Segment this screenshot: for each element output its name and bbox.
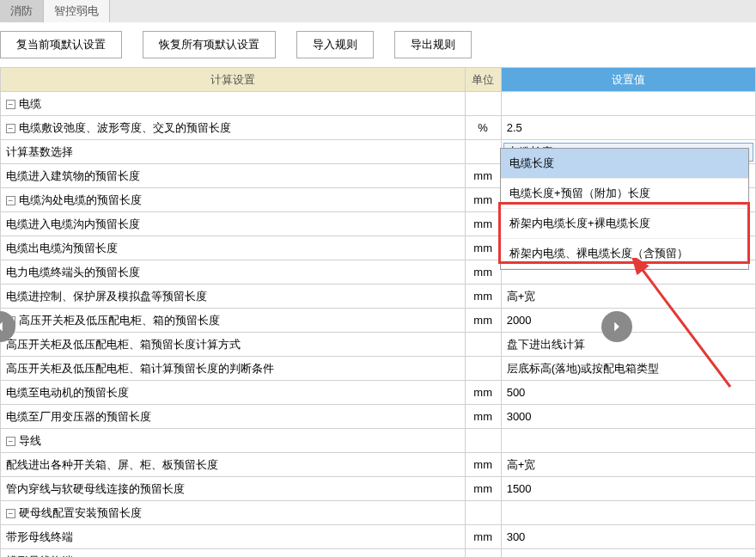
value-cell[interactable]: 300 [501, 525, 755, 549]
tab-fire[interactable]: 消防 [0, 0, 44, 22]
row-label: 导线 [19, 434, 41, 447]
unit-cell: mm [465, 309, 501, 333]
dropdown-option[interactable]: 桥架内电缆长度+裸电缆长度 [501, 209, 748, 239]
row-label: 配线进出各种开关箱、屏、柜、板预留长度 [6, 458, 218, 471]
value-cell[interactable]: 3000 [501, 405, 755, 429]
chevron-right-icon [611, 321, 623, 333]
value-cell[interactable]: 300 [501, 549, 755, 558]
row-label: 电缆敷设弛度、波形弯度、交叉的预留长度 [19, 121, 231, 134]
row-label: 高压开关柜及低压配电柜、箱的预留长度 [19, 314, 220, 327]
value-cell[interactable]: 层底标高(落地)或按配电箱类型 [501, 357, 755, 381]
row-label: 电缆至厂用变压器的预留长度 [6, 410, 151, 423]
collapse-icon[interactable]: − [6, 124, 15, 133]
row-label: 电缆沟处电缆的预留长度 [19, 193, 142, 206]
tab-bar: 消防 智控弱电 [0, 0, 756, 22]
row-label: 电缆进控制、保护屏及模拟盘等预留长度 [6, 290, 207, 303]
unit-cell: mm [465, 260, 501, 285]
restore-current-default-button[interactable]: 复当前项默认设置 [0, 31, 122, 58]
unit-cell: mm [465, 236, 501, 260]
nav-next-button[interactable] [601, 311, 632, 342]
unit-cell: % [465, 116, 501, 140]
dropdown-option[interactable]: 桥架内电缆、裸电缆长度（含预留） [501, 239, 748, 269]
row-label: 管内穿线与软硬母线连接的预留长度 [6, 482, 185, 495]
row-label: 电缆至电动机的预留长度 [6, 386, 129, 399]
collapse-icon[interactable]: − [6, 100, 15, 109]
basis-select-dropdown: 电缆长度 电缆长度+预留（附加）长度 桥架内电缆长度+裸电缆长度 桥架内电缆、裸… [500, 148, 749, 270]
collapse-icon[interactable]: − [6, 509, 15, 518]
value-cell[interactable]: 高+宽 [501, 285, 755, 309]
import-rules-button[interactable]: 导入规则 [296, 31, 374, 58]
unit-cell: mm [465, 477, 501, 501]
row-label: 带形母线终端 [6, 530, 73, 543]
unit-cell: mm [465, 453, 501, 477]
unit-cell: mm [465, 285, 501, 309]
header-name: 计算设置 [1, 68, 466, 92]
tab-smart-control[interactable]: 智控弱电 [44, 0, 110, 22]
row-label: 电缆 [19, 97, 41, 110]
row-label: 电缆出电缆沟预留长度 [6, 242, 118, 254]
unit-cell: mm [465, 164, 501, 188]
unit-cell: mm [465, 549, 501, 558]
row-label: 电缆进入建筑物的预留长度 [6, 169, 140, 182]
chevron-left-icon [0, 321, 6, 333]
row-label: 电力电缆终端头的预留长度 [6, 266, 140, 278]
row-label: 槽形母线终端 [6, 554, 73, 558]
row-label: 计算基数选择 [6, 145, 73, 158]
collapse-icon[interactable]: − [6, 196, 15, 205]
value-cell[interactable]: 1500 [501, 477, 755, 501]
unit-cell: mm [465, 188, 501, 212]
dropdown-option[interactable]: 电缆长度 [501, 149, 748, 179]
header-unit: 单位 [465, 68, 501, 92]
unit-cell: mm [465, 381, 501, 405]
row-label: 高压开关柜及低压配电柜、箱计算预留长度的判断条件 [6, 362, 274, 375]
value-cell[interactable]: 500 [501, 381, 755, 405]
value-cell[interactable]: 高+宽 [501, 453, 755, 477]
toolbar: 复当前项默认设置 恢复所有项默认设置 导入规则 导出规则 [0, 22, 756, 67]
unit-cell: mm [465, 525, 501, 549]
row-label: 硬母线配置安装预留长度 [19, 506, 142, 519]
unit-cell: mm [465, 212, 501, 236]
restore-all-default-button[interactable]: 恢复所有项默认设置 [143, 31, 276, 58]
row-label: 电缆进入电缆沟内预留长度 [6, 217, 140, 230]
unit-cell: mm [465, 405, 501, 429]
export-rules-button[interactable]: 导出规则 [394, 31, 472, 58]
settings-table: 计算设置 单位 设置值 −电缆 −电缆敷设弛度、波形弯度、交叉的预留长度%2.5… [0, 67, 756, 557]
collapse-icon[interactable]: − [6, 437, 15, 446]
row-label: 高压开关柜及低压配电柜、箱预留长度计算方式 [6, 338, 241, 351]
value-cell[interactable]: 2.5 [501, 116, 755, 140]
dropdown-option[interactable]: 电缆长度+预留（附加）长度 [501, 179, 748, 209]
header-value: 设置值 [501, 68, 755, 92]
